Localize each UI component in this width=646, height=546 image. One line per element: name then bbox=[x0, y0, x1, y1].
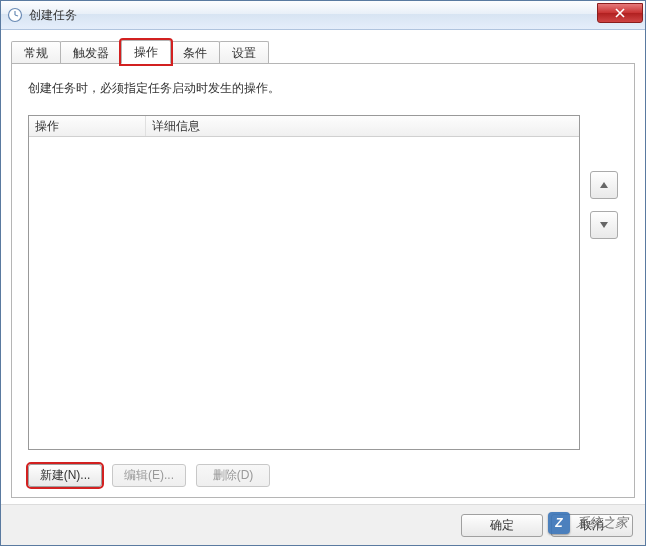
arrow-up-icon bbox=[600, 182, 608, 188]
tab-panel-actions: 创建任务时，必须指定任务启动时发生的操作。 操作 详细信息 bbox=[11, 63, 635, 498]
content-row: 操作 详细信息 bbox=[28, 115, 618, 450]
tab-conditions[interactable]: 条件 bbox=[170, 41, 220, 64]
cancel-button[interactable]: 取消 bbox=[551, 514, 633, 537]
arrow-down-icon bbox=[600, 222, 608, 228]
tab-general[interactable]: 常规 bbox=[11, 41, 61, 64]
list-header: 操作 详细信息 bbox=[29, 116, 579, 137]
list-buttons-row: 新建(N)... 编辑(E)... 删除(D) bbox=[28, 464, 618, 487]
dialog-window: 创建任务 常规 触发器 操作 条件 设置 创建任务时，必须指定任务启动时发生的操… bbox=[0, 0, 646, 546]
close-icon bbox=[615, 8, 625, 18]
svg-marker-5 bbox=[600, 182, 608, 188]
instruction-text: 创建任务时，必须指定任务启动时发生的操作。 bbox=[28, 80, 618, 97]
actions-listview[interactable]: 操作 详细信息 bbox=[28, 115, 580, 450]
reorder-buttons bbox=[590, 115, 618, 450]
tab-settings[interactable]: 设置 bbox=[219, 41, 269, 64]
close-button[interactable] bbox=[597, 3, 643, 23]
column-action[interactable]: 操作 bbox=[29, 116, 146, 136]
move-up-button[interactable] bbox=[590, 171, 618, 199]
tab-label: 触发器 bbox=[73, 46, 109, 60]
list-body[interactable] bbox=[29, 137, 579, 449]
new-button[interactable]: 新建(N)... bbox=[28, 464, 102, 487]
svg-marker-6 bbox=[600, 222, 608, 228]
dialog-footer: 确定 取消 bbox=[1, 504, 645, 545]
tab-actions[interactable]: 操作 bbox=[121, 40, 171, 64]
titlebar[interactable]: 创建任务 bbox=[1, 1, 645, 30]
move-down-button[interactable] bbox=[590, 211, 618, 239]
tab-label: 操作 bbox=[134, 45, 158, 59]
tab-label: 条件 bbox=[183, 46, 207, 60]
delete-button[interactable]: 删除(D) bbox=[196, 464, 270, 487]
column-details[interactable]: 详细信息 bbox=[146, 116, 579, 136]
tab-label: 常规 bbox=[24, 46, 48, 60]
clock-icon bbox=[7, 7, 23, 23]
tab-strip: 常规 触发器 操作 条件 设置 bbox=[11, 40, 635, 64]
client-area: 常规 触发器 操作 条件 设置 创建任务时，必须指定任务启动时发生的操作。 操作… bbox=[1, 30, 645, 504]
tab-triggers[interactable]: 触发器 bbox=[60, 41, 122, 64]
edit-button[interactable]: 编辑(E)... bbox=[112, 464, 186, 487]
window-title: 创建任务 bbox=[29, 7, 77, 24]
tab-label: 设置 bbox=[232, 46, 256, 60]
ok-button[interactable]: 确定 bbox=[461, 514, 543, 537]
